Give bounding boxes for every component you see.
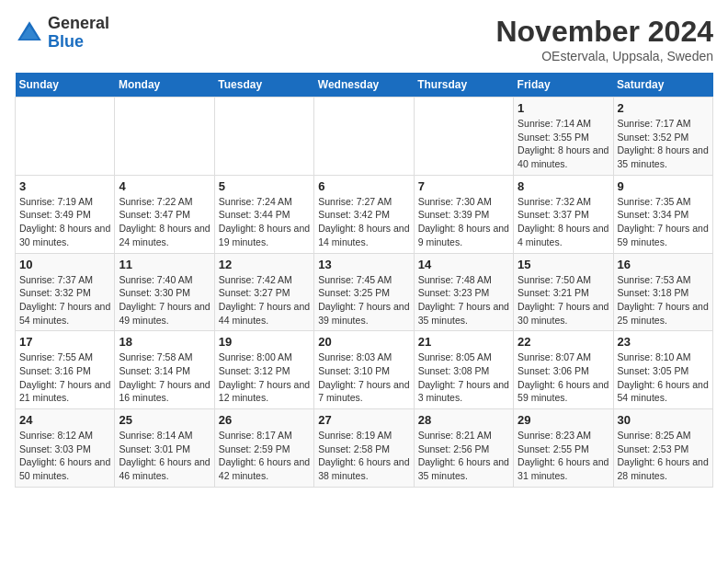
logo-general: General [48, 14, 109, 32]
day-info: Sunrise: 8:17 AMSunset: 2:59 PMDaylight:… [219, 429, 310, 483]
day-number: 19 [219, 335, 310, 349]
day-number: 18 [119, 335, 210, 349]
day-number: 21 [418, 335, 509, 349]
calendar-cell: 4Sunrise: 7:22 AMSunset: 3:47 PMDaylight… [115, 175, 214, 253]
day-info: Sunrise: 8:23 AMSunset: 2:55 PMDaylight:… [518, 429, 609, 483]
day-number: 25 [119, 413, 210, 427]
day-info: Sunrise: 7:37 AMSunset: 3:32 PMDaylight:… [19, 273, 110, 327]
day-info: Sunrise: 8:00 AMSunset: 3:12 PMDaylight:… [219, 350, 310, 405]
calendar-table: SundayMondayTuesdayWednesdayThursdayFrid… [15, 73, 713, 488]
day-number: 12 [219, 258, 310, 271]
day-number: 5 [219, 179, 310, 193]
col-header-tuesday: Tuesday [214, 73, 313, 98]
day-info: Sunrise: 8:03 AMSunset: 3:10 PMDaylight:… [318, 350, 409, 405]
logo-text: General Blue [48, 15, 109, 52]
calendar-cell: 14Sunrise: 7:48 AMSunset: 3:23 PMDayligh… [414, 253, 513, 331]
day-info: Sunrise: 7:35 AMSunset: 3:34 PMDaylight:… [618, 195, 709, 249]
calendar-cell: 10Sunrise: 7:37 AMSunset: 3:32 PMDayligh… [16, 253, 115, 331]
day-info: Sunrise: 8:10 AMSunset: 3:05 PMDaylight:… [618, 350, 709, 405]
calendar-cell: 24Sunrise: 8:12 AMSunset: 3:03 PMDayligh… [16, 409, 115, 488]
calendar-cell: 17Sunrise: 7:55 AMSunset: 3:16 PMDayligh… [16, 331, 115, 409]
day-number: 14 [418, 258, 509, 271]
day-info: Sunrise: 7:14 AMSunset: 3:55 PMDaylight:… [518, 117, 609, 171]
logo-blue: Blue [48, 32, 84, 51]
day-info: Sunrise: 7:22 AMSunset: 3:47 PMDaylight:… [119, 195, 210, 249]
day-number: 26 [219, 413, 310, 427]
day-info: Sunrise: 8:25 AMSunset: 2:53 PMDaylight:… [618, 429, 709, 483]
day-info: Sunrise: 8:21 AMSunset: 2:56 PMDaylight:… [418, 429, 509, 483]
page-title: November 2024 [495, 15, 713, 49]
calendar-cell: 27Sunrise: 8:19 AMSunset: 2:58 PMDayligh… [314, 409, 414, 488]
calendar-cell: 18Sunrise: 7:58 AMSunset: 3:14 PMDayligh… [115, 331, 214, 409]
day-info: Sunrise: 8:05 AMSunset: 3:08 PMDaylight:… [418, 350, 509, 405]
day-number: 27 [318, 413, 409, 427]
day-number: 15 [518, 258, 609, 271]
calendar-cell: 16Sunrise: 7:53 AMSunset: 3:18 PMDayligh… [613, 253, 712, 331]
col-header-sunday: Sunday [16, 73, 115, 98]
calendar-cell: 19Sunrise: 8:00 AMSunset: 3:12 PMDayligh… [214, 331, 313, 409]
day-info: Sunrise: 7:55 AMSunset: 3:16 PMDaylight:… [19, 350, 110, 405]
day-number: 28 [418, 413, 509, 427]
day-info: Sunrise: 7:42 AMSunset: 3:27 PMDaylight:… [219, 273, 310, 327]
day-number: 29 [518, 413, 609, 427]
day-number: 8 [518, 179, 609, 193]
day-info: Sunrise: 7:30 AMSunset: 3:39 PMDaylight:… [418, 195, 509, 249]
col-header-monday: Monday [115, 73, 214, 98]
day-info: Sunrise: 7:40 AMSunset: 3:30 PMDaylight:… [119, 273, 210, 327]
calendar-cell [214, 98, 313, 176]
day-info: Sunrise: 7:45 AMSunset: 3:25 PMDaylight:… [318, 273, 409, 327]
calendar-cell: 21Sunrise: 8:05 AMSunset: 3:08 PMDayligh… [414, 331, 513, 409]
day-number: 17 [19, 335, 110, 349]
day-info: Sunrise: 7:24 AMSunset: 3:44 PMDaylight:… [219, 195, 310, 249]
day-number: 23 [618, 335, 709, 349]
day-number: 20 [318, 335, 409, 349]
calendar-cell: 13Sunrise: 7:45 AMSunset: 3:25 PMDayligh… [314, 253, 414, 331]
day-info: Sunrise: 7:53 AMSunset: 3:18 PMDaylight:… [618, 273, 709, 327]
day-number: 24 [19, 413, 110, 427]
day-number: 9 [618, 179, 709, 193]
day-info: Sunrise: 7:27 AMSunset: 3:42 PMDaylight:… [318, 195, 409, 249]
calendar-cell: 15Sunrise: 7:50 AMSunset: 3:21 PMDayligh… [514, 253, 613, 331]
calendar-cell: 22Sunrise: 8:07 AMSunset: 3:06 PMDayligh… [514, 331, 613, 409]
day-info: Sunrise: 7:19 AMSunset: 3:49 PMDaylight:… [19, 195, 110, 249]
day-info: Sunrise: 8:19 AMSunset: 2:58 PMDaylight:… [318, 429, 409, 483]
day-number: 11 [119, 258, 210, 271]
calendar-cell: 12Sunrise: 7:42 AMSunset: 3:27 PMDayligh… [214, 253, 313, 331]
calendar-week-1: 1Sunrise: 7:14 AMSunset: 3:55 PMDaylight… [16, 98, 713, 176]
col-header-saturday: Saturday [613, 73, 712, 98]
col-header-wednesday: Wednesday [314, 73, 414, 98]
day-info: Sunrise: 7:50 AMSunset: 3:21 PMDaylight:… [518, 273, 609, 327]
day-number: 16 [618, 258, 709, 271]
calendar-cell [115, 98, 214, 176]
calendar-week-5: 24Sunrise: 8:12 AMSunset: 3:03 PMDayligh… [16, 409, 713, 488]
calendar-cell: 5Sunrise: 7:24 AMSunset: 3:44 PMDaylight… [214, 175, 313, 253]
title-block: November 2024 OEstervala, Uppsala, Swede… [495, 15, 713, 63]
day-number: 1 [518, 101, 609, 115]
day-number: 4 [119, 179, 210, 193]
calendar-cell: 7Sunrise: 7:30 AMSunset: 3:39 PMDaylight… [414, 175, 513, 253]
day-info: Sunrise: 7:48 AMSunset: 3:23 PMDaylight:… [418, 273, 509, 327]
calendar-header-row: SundayMondayTuesdayWednesdayThursdayFrid… [16, 73, 713, 98]
calendar-week-2: 3Sunrise: 7:19 AMSunset: 3:49 PMDaylight… [16, 175, 713, 253]
day-info: Sunrise: 8:12 AMSunset: 3:03 PMDaylight:… [19, 429, 110, 483]
col-header-thursday: Thursday [414, 73, 513, 98]
page-subtitle: OEstervala, Uppsala, Sweden [495, 49, 713, 63]
calendar-cell: 6Sunrise: 7:27 AMSunset: 3:42 PMDaylight… [314, 175, 414, 253]
day-number: 13 [318, 258, 409, 271]
calendar-cell: 11Sunrise: 7:40 AMSunset: 3:30 PMDayligh… [115, 253, 214, 331]
calendar-cell: 20Sunrise: 8:03 AMSunset: 3:10 PMDayligh… [314, 331, 414, 409]
calendar-cell: 9Sunrise: 7:35 AMSunset: 3:34 PMDaylight… [613, 175, 712, 253]
calendar-cell: 28Sunrise: 8:21 AMSunset: 2:56 PMDayligh… [414, 409, 513, 488]
day-number: 30 [618, 413, 709, 427]
calendar-cell [16, 98, 115, 176]
day-info: Sunrise: 7:58 AMSunset: 3:14 PMDaylight:… [119, 350, 210, 405]
logo-icon [15, 18, 44, 48]
calendar-cell: 26Sunrise: 8:17 AMSunset: 2:59 PMDayligh… [214, 409, 313, 488]
calendar-cell: 1Sunrise: 7:14 AMSunset: 3:55 PMDaylight… [514, 98, 613, 176]
calendar-cell: 3Sunrise: 7:19 AMSunset: 3:49 PMDaylight… [16, 175, 115, 253]
day-number: 10 [19, 258, 110, 271]
calendar-cell: 25Sunrise: 8:14 AMSunset: 3:01 PMDayligh… [115, 409, 214, 488]
calendar-cell: 30Sunrise: 8:25 AMSunset: 2:53 PMDayligh… [613, 409, 712, 488]
col-header-friday: Friday [514, 73, 613, 98]
day-info: Sunrise: 7:17 AMSunset: 3:52 PMDaylight:… [618, 117, 709, 171]
